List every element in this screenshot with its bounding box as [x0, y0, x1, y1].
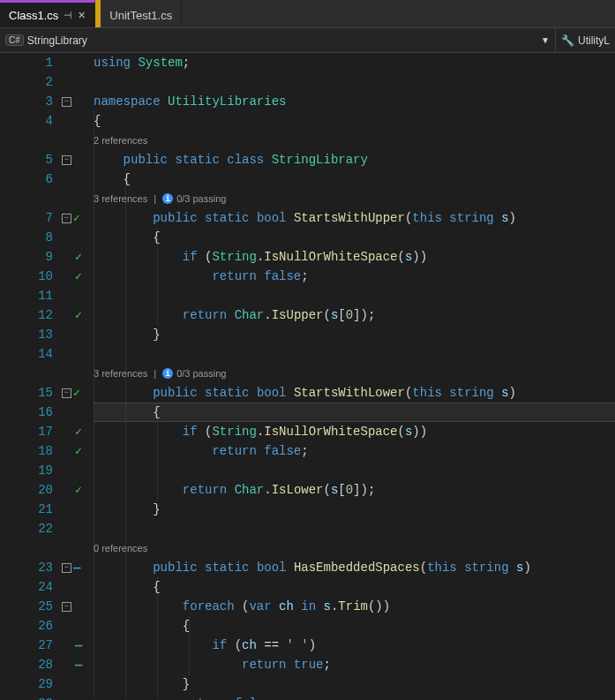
csharp-badge-icon: C# — [5, 34, 24, 46]
tab-class1[interactable]: Class1.cs ⊣ ✕ — [0, 0, 95, 27]
gutter-line-numbers: 1 2 3 4 5 6 7 8 9 10 11 12 13 14 15 16 1… — [0, 53, 62, 700]
fold-icon[interactable]: − — [62, 602, 71, 612]
chevron-down-icon: ▼ — [541, 35, 550, 45]
test-notrun-icon: — — [75, 696, 82, 700]
test-notrun-icon: — — [75, 638, 82, 652]
codelens-refs[interactable]: 3 references — [94, 189, 147, 208]
test-pass-icon: ✓ — [73, 386, 80, 400]
test-pass-icon: ✓ — [75, 250, 82, 264]
scope-label: StringLibrary — [27, 34, 87, 47]
code-area[interactable]: using System; namespace UtilityLibraries… — [94, 53, 615, 700]
tab-unittest1[interactable]: UnitTest1.cs — [101, 0, 182, 27]
info-icon: i — [162, 368, 173, 379]
info-icon: i — [162, 193, 173, 204]
fold-icon[interactable]: − — [62, 388, 71, 398]
fold-icon[interactable]: − — [62, 563, 71, 573]
test-pass-icon: ✓ — [75, 308, 82, 322]
fold-icon[interactable]: − — [62, 155, 71, 165]
gutter-margin: − − −✓ ✓ ✓ ✓ −✓ ✓ ✓ ✓ −— − — — — — [62, 53, 94, 700]
test-pass-icon: ✓ — [75, 483, 82, 497]
code-editor[interactable]: 1 2 3 4 5 6 7 8 9 10 11 12 13 14 15 16 1… — [0, 53, 615, 700]
codelens-refs[interactable]: 3 references — [94, 364, 147, 383]
tab-label: UnitTest1.cs — [109, 9, 172, 22]
member-dropdown[interactable]: 🔧 UtilityL — [556, 28, 615, 52]
fold-icon[interactable]: − — [62, 214, 71, 223]
test-pass-icon: ✓ — [75, 444, 82, 458]
pin-icon[interactable]: ⊣ — [64, 10, 72, 21]
wrench-icon: 🔧 — [561, 34, 574, 47]
codelens-refs[interactable]: 0 references — [94, 538, 147, 558]
tab-label: Class1.cs — [9, 9, 58, 22]
scope-dropdown[interactable]: C# StringLibrary ▼ — [0, 28, 556, 52]
tab-bar: Class1.cs ⊣ ✕ UnitTest1.cs — [0, 0, 615, 28]
test-notrun-icon: — — [73, 561, 80, 575]
codelens-refs[interactable]: 2 references — [94, 131, 147, 150]
member-label: UtilityL — [578, 34, 610, 47]
test-pass-icon: ✓ — [75, 425, 82, 439]
codelens-tests[interactable]: 0/3 passing — [176, 364, 226, 383]
fold-icon[interactable]: − — [62, 97, 71, 107]
test-pass-icon: ✓ — [73, 211, 80, 225]
test-notrun-icon: — — [75, 658, 82, 672]
test-pass-icon: ✓ — [75, 269, 82, 283]
nav-bar: C# StringLibrary ▼ 🔧 UtilityL — [0, 28, 615, 53]
close-icon[interactable]: ✕ — [78, 10, 86, 21]
codelens-tests[interactable]: 0/3 passing — [176, 189, 226, 208]
